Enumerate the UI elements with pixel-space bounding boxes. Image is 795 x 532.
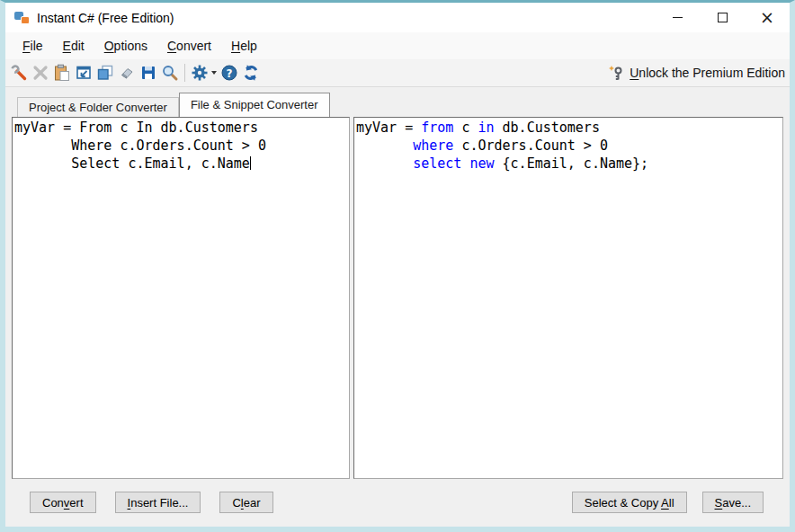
insert-file-icon[interactable] bbox=[73, 62, 94, 84]
text-caret bbox=[250, 156, 251, 170]
menu-options[interactable]: Options bbox=[94, 34, 157, 58]
convert-refresh-icon[interactable] bbox=[240, 62, 262, 84]
caption-buttons: × bbox=[655, 3, 790, 32]
unlock-premium-link[interactable]: Unlock the Premium Edition bbox=[608, 65, 785, 81]
find-icon[interactable] bbox=[159, 62, 181, 84]
menu-convert[interactable]: Convert bbox=[157, 34, 221, 58]
help-icon[interactable]: ? bbox=[219, 62, 240, 84]
copy-icon[interactable] bbox=[94, 62, 116, 84]
menu-edit[interactable]: Edit bbox=[53, 34, 94, 58]
vb-source-editor[interactable]: myVar = From c In db.Customers Where c.O… bbox=[12, 117, 350, 479]
close-icon: × bbox=[760, 9, 774, 26]
settings-gear-icon[interactable] bbox=[189, 62, 210, 84]
converter-panels: myVar = From c In db.Customers Where c.O… bbox=[12, 117, 783, 479]
close-button[interactable]: × bbox=[745, 3, 790, 32]
minimize-button[interactable] bbox=[655, 3, 700, 32]
minimize-icon bbox=[673, 17, 683, 18]
csharp-output-editor[interactable]: myVar = from c in db.Customers where c.O… bbox=[353, 117, 783, 479]
menu-file[interactable]: File bbox=[13, 34, 53, 58]
tab-project-folder-converter[interactable]: Project & Folder Converter bbox=[17, 97, 179, 117]
unlock-premium-label: Unlock the Premium Edition bbox=[630, 66, 785, 80]
save-icon[interactable] bbox=[138, 62, 159, 84]
maximize-button[interactable] bbox=[700, 3, 745, 32]
settings-dropdown-caret[interactable] bbox=[211, 71, 217, 75]
tab-file-snippet-converter[interactable]: File & Snippet Converter bbox=[179, 93, 330, 117]
clear-button[interactable]: Clear bbox=[219, 492, 272, 513]
button-row: Convert Insert File... Clear Select & Co… bbox=[12, 492, 783, 513]
save-button[interactable]: Save... bbox=[702, 492, 764, 513]
clear-eraser-icon[interactable] bbox=[116, 62, 138, 84]
premium-key-icon bbox=[608, 65, 624, 81]
menu-help[interactable]: Help bbox=[221, 34, 267, 58]
app-icon bbox=[14, 11, 30, 24]
csharp-output-code: myVar = from c in db.Customers where c.O… bbox=[354, 118, 782, 173]
insert-file-button[interactable]: Insert File... bbox=[115, 492, 201, 513]
options-tools-icon[interactable] bbox=[8, 62, 30, 84]
convert-button[interactable]: Convert bbox=[30, 492, 96, 513]
app-window: Instant C# (Free Edition) × File Edit Op… bbox=[0, 0, 795, 532]
menu-bar: File Edit Options Convert Help bbox=[5, 32, 790, 59]
maximize-icon bbox=[718, 13, 728, 22]
paste-icon[interactable] bbox=[51, 62, 73, 84]
main-content: Project & Folder Converter File & Snippe… bbox=[5, 87, 790, 527]
toolbar-separator bbox=[184, 64, 185, 82]
title-bar: Instant C# (Free Edition) × bbox=[5, 3, 790, 32]
vb-source-code: myVar = From c In db.Customers Where c.O… bbox=[13, 118, 349, 173]
select-copy-all-button[interactable]: Select & Copy All bbox=[572, 492, 687, 513]
delete-icon[interactable] bbox=[30, 62, 51, 84]
svg-text:?: ? bbox=[227, 67, 233, 80]
right-button-group: Select & Copy All Save... bbox=[572, 492, 764, 513]
window-title: Instant C# (Free Edition) bbox=[37, 11, 174, 25]
toolbar: ? Unlock the Premium Edition bbox=[5, 59, 790, 87]
tab-strip: Project & Folder Converter File & Snippe… bbox=[12, 93, 783, 117]
